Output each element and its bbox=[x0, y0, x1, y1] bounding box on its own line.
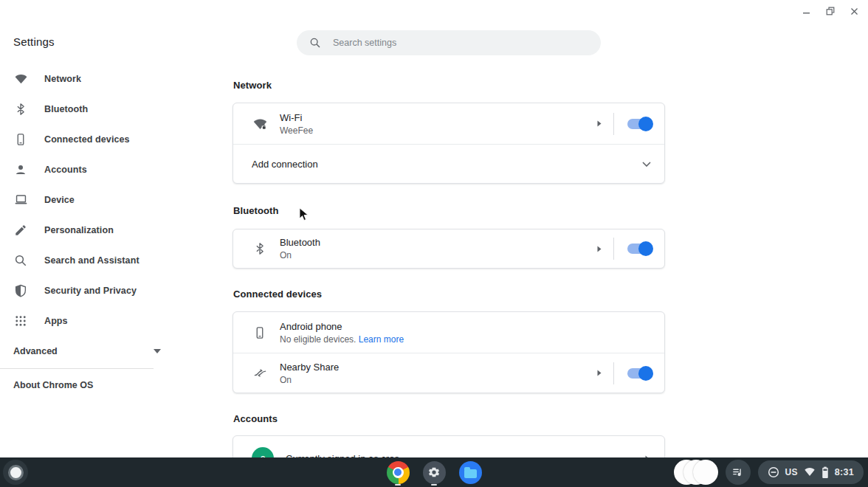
sidebar-item-accounts[interactable]: Accounts bbox=[0, 154, 171, 184]
shelf-status-area: US 8:31 bbox=[674, 457, 864, 487]
shield-icon bbox=[13, 283, 28, 298]
nearby-share-state: On bbox=[280, 375, 597, 385]
shelf: US 8:31 bbox=[0, 457, 868, 487]
sidebar-item-label: Network bbox=[44, 74, 81, 84]
add-connection-row[interactable]: Add connection bbox=[233, 145, 664, 183]
toggle-knob bbox=[638, 366, 653, 381]
sidebar-item-personalization[interactable]: Personalization bbox=[0, 215, 171, 245]
advanced-label: Advanced bbox=[13, 346, 58, 356]
gear-icon bbox=[423, 461, 446, 484]
smartphone-icon bbox=[13, 132, 28, 147]
wifi-title: Wi-Fi bbox=[280, 112, 597, 123]
sidebar-item-security-privacy[interactable]: Security and Privacy bbox=[0, 275, 171, 305]
sidebar-item-network[interactable]: Network bbox=[0, 63, 171, 94]
sidebar-divider bbox=[0, 368, 154, 369]
sidebar-item-connected-devices[interactable]: Connected devices bbox=[0, 124, 171, 154]
bluetooth-state: On bbox=[280, 250, 597, 260]
close-icon bbox=[850, 7, 858, 15]
queue-music-icon bbox=[731, 466, 744, 479]
learn-more-link[interactable]: Learn more bbox=[359, 334, 404, 345]
media-controls-button[interactable] bbox=[726, 460, 751, 485]
sidebar-item-label: Search and Assistant bbox=[44, 255, 140, 266]
smartphone-icon bbox=[252, 325, 268, 341]
chevron-down-icon[interactable] bbox=[642, 162, 651, 167]
row-separator bbox=[613, 113, 614, 135]
minimize-button[interactable] bbox=[799, 3, 815, 19]
wifi-toggle[interactable] bbox=[627, 119, 652, 129]
section-heading-bluetooth: Bluetooth bbox=[233, 205, 279, 216]
files-app-button[interactable] bbox=[458, 459, 482, 486]
android-phone-text: Android phone No eligible devices. Learn… bbox=[280, 321, 664, 345]
settings-app-button[interactable] bbox=[422, 459, 446, 486]
clock: 8:31 bbox=[835, 467, 854, 477]
pencil-icon bbox=[13, 223, 28, 238]
minimize-icon bbox=[802, 7, 811, 15]
keyboard-layout-label: US bbox=[785, 467, 798, 477]
chrome-app-button[interactable] bbox=[386, 459, 410, 486]
sidebar-item-label: Bluetooth bbox=[44, 104, 88, 114]
bluetooth-title: Bluetooth bbox=[280, 237, 597, 248]
wifi-row-text: Wi-Fi WeeFee bbox=[280, 112, 597, 136]
wifi-row[interactable]: Wi-Fi WeeFee bbox=[233, 103, 664, 144]
apps-grid-icon bbox=[13, 314, 28, 328]
laptop-icon bbox=[13, 193, 28, 207]
running-indicator bbox=[431, 484, 437, 486]
do-not-disturb-icon bbox=[768, 466, 779, 478]
section-heading-connected-devices: Connected devices bbox=[233, 289, 322, 300]
bluetooth-icon bbox=[13, 102, 28, 117]
android-phone-row[interactable]: Android phone No eligible devices. Learn… bbox=[233, 312, 664, 353]
sidebar-item-search-assistant[interactable]: Search and Assistant bbox=[0, 245, 171, 275]
notification-card bbox=[693, 460, 718, 485]
bluetooth-card: Bluetooth On bbox=[232, 229, 665, 269]
caret-down-icon bbox=[154, 349, 161, 353]
network-card: Wi-Fi WeeFee Add connection bbox=[232, 103, 665, 184]
subpage-arrow-icon[interactable] bbox=[597, 246, 602, 252]
status-tray[interactable]: US 8:31 bbox=[758, 460, 864, 484]
android-phone-status: No eligible devices. Learn more bbox=[280, 334, 664, 345]
restore-icon bbox=[826, 7, 835, 15]
connected-devices-card: Android phone No eligible devices. Learn… bbox=[232, 311, 665, 393]
bluetooth-icon bbox=[252, 241, 268, 257]
battery-icon bbox=[822, 466, 829, 479]
launcher-button[interactable] bbox=[3, 460, 28, 485]
wifi-status-icon bbox=[804, 467, 816, 477]
search-bar[interactable] bbox=[297, 30, 601, 55]
sidebar-item-device[interactable]: Device bbox=[0, 184, 171, 215]
row-separator bbox=[613, 362, 614, 384]
folder-icon bbox=[459, 461, 482, 484]
sidebar-item-label: Personalization bbox=[44, 225, 114, 235]
mouse-cursor bbox=[299, 207, 309, 224]
shelf-apps bbox=[386, 457, 482, 487]
sidebar-item-label: Apps bbox=[44, 316, 68, 326]
add-connection-label: Add connection bbox=[252, 159, 318, 170]
toggle-knob bbox=[638, 117, 653, 131]
notification-stack[interactable] bbox=[674, 460, 718, 485]
subpage-arrow-icon[interactable] bbox=[597, 370, 602, 376]
wifi-lock-icon bbox=[252, 116, 268, 132]
sidebar-advanced-expander[interactable]: Advanced bbox=[0, 336, 171, 366]
wifi-icon bbox=[13, 72, 28, 86]
sidebar-item-bluetooth[interactable]: Bluetooth bbox=[0, 94, 171, 124]
sidebar-item-label: Accounts bbox=[44, 165, 87, 175]
section-heading-network: Network bbox=[233, 80, 272, 91]
search-icon bbox=[13, 253, 28, 268]
search-icon bbox=[309, 37, 321, 49]
settings-sidebar: Settings Network Bluetooth Connected dev… bbox=[0, 0, 171, 457]
nearby-share-toggle[interactable] bbox=[627, 368, 652, 379]
restore-button[interactable] bbox=[822, 3, 838, 19]
close-button[interactable] bbox=[846, 3, 862, 19]
sidebar-item-apps[interactable]: Apps bbox=[0, 305, 171, 336]
search-input[interactable] bbox=[331, 37, 601, 49]
wifi-network-name: WeeFee bbox=[280, 125, 597, 136]
bluetooth-row[interactable]: Bluetooth On bbox=[233, 229, 664, 268]
window-controls bbox=[799, 3, 862, 19]
subpage-arrow-icon[interactable] bbox=[597, 120, 602, 127]
person-icon bbox=[13, 162, 28, 177]
chromeos-settings-window: Settings Network Bluetooth Connected dev… bbox=[0, 0, 868, 487]
nearby-share-row[interactable]: Nearby Share On bbox=[233, 353, 664, 393]
bluetooth-toggle[interactable] bbox=[627, 244, 652, 254]
sidebar-item-label: Security and Privacy bbox=[44, 286, 137, 296]
sidebar-item-about-chromeos[interactable]: About Chrome OS bbox=[13, 378, 93, 393]
no-devices-text: No eligible devices. bbox=[280, 334, 356, 345]
page-title: Settings bbox=[13, 35, 55, 48]
